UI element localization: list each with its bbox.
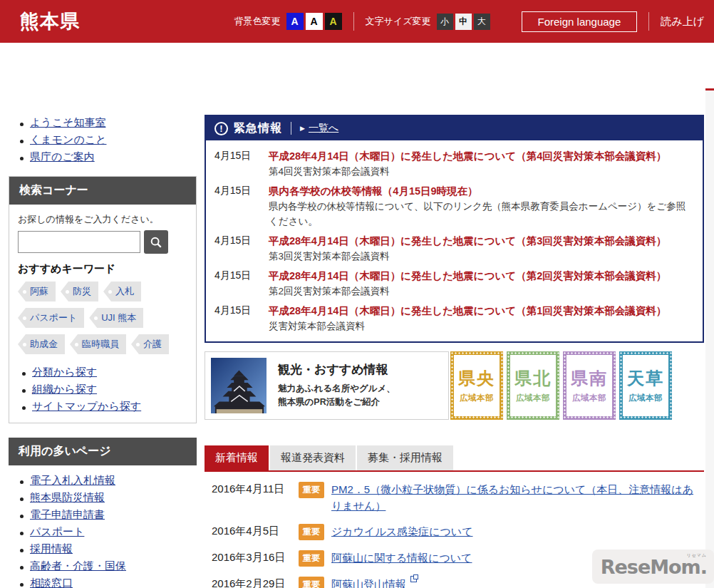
keyword-tag-1[interactable]: 防災 — [61, 282, 98, 301]
emergency-item-title[interactable]: 平成28年4月14日（木曜日）に発生した地震について（第4回災害対策本部会議資料… — [269, 150, 666, 162]
site-title[interactable]: 熊本県 — [20, 9, 80, 34]
popular-pages-title: 利用の多いページ — [9, 438, 197, 465]
sidebar-link-1[interactable]: くまモンのこと — [30, 133, 106, 145]
font-size-buttons: 小中大 — [437, 14, 490, 30]
emergency-item: 4月15日平成28年4月14日（木曜日）に発生した地震について（第4回災害対策本… — [214, 147, 693, 182]
emergency-item-desc: 県内各学校の休校等情報について、以下のリンク先（熊本県教育委員会ホームページ）を… — [269, 200, 693, 229]
news-link[interactable]: 阿蘇山に関する情報について — [331, 550, 472, 566]
news-link[interactable]: ジカウイルス感染症について — [331, 523, 473, 540]
news-tabs: 新着情報報道発表資料募集・採用情報 — [205, 445, 704, 472]
region-office-2[interactable]: 県南広域本部 — [563, 351, 616, 420]
castle-image — [211, 357, 267, 414]
list-item: 採用情報 — [17, 541, 198, 558]
emergency-item: 4月15日平成28年4月14日（木曜日）に発生した地震について（第3回災害対策本… — [214, 232, 693, 267]
bg-color-button-1[interactable]: A — [306, 13, 323, 30]
foreign-language-button[interactable]: Foreign language — [522, 11, 638, 32]
search-button[interactable] — [144, 230, 168, 254]
bg-color-button-0[interactable]: A — [286, 13, 304, 30]
read-aloud-button[interactable]: 読み上げ — [661, 15, 704, 29]
tourism-title: 観光・おすすめ情報 — [278, 361, 395, 378]
list-item: 高齢者・介護・国保 — [17, 558, 198, 575]
promo-row: 観光・おすすめ情報 魅力あふれる名所やグルメ、 熊本県のPR活動をご紹介 県央広… — [205, 351, 704, 420]
list-item: くまモンのこと — [17, 132, 198, 149]
news-tab-1[interactable]: 報道発表資料 — [270, 445, 356, 470]
popular-link-6[interactable]: 相談窓口 — [30, 577, 73, 588]
sidebar-top-links: ようこそ知事室くまモンのこと県庁のご案内 — [17, 115, 198, 166]
tourism-desc-line2: 熊本県のPR活動をご紹介 — [278, 397, 380, 407]
keywords-title: おすすめキーワード — [18, 262, 189, 276]
keyword-tag-0[interactable]: 阿蘇 — [18, 282, 56, 301]
region-name: 県北 — [514, 367, 552, 390]
region-office-1[interactable]: 県北広域本部 — [507, 351, 559, 420]
bg-color-label: 背景色変更 — [234, 15, 281, 28]
news-date: 2016年3月16日 — [212, 550, 299, 564]
watermark-logo: ReseMom. — [601, 556, 707, 578]
news-link[interactable]: 阿蘇山登山情報 — [331, 576, 406, 588]
news-tab-0[interactable]: 新着情報 — [205, 445, 269, 470]
emergency-divider — [291, 122, 291, 135]
search-explore-link-2[interactable]: サイトマップから探す — [32, 400, 141, 412]
popular-link-2[interactable]: 電子申請申請書 — [30, 508, 105, 520]
regional-offices: 県央広域本部県北広域本部県南広域本部天草広域本部 — [450, 351, 672, 420]
search-corner-box: 検索コーナー お探しの情報をご入力ください。 おすすめキーワード 阿蘇防災入札パ… — [9, 176, 197, 423]
emergency-item-title[interactable]: 平成28年4月14日（木曜日）に発生した地震について（第1回災害対策本部会議資料… — [269, 305, 666, 316]
region-office-0[interactable]: 県央広域本部 — [450, 351, 503, 420]
news-date: 2016年2月29日 — [212, 576, 299, 588]
tourism-card[interactable]: 観光・おすすめ情報 魅力あふれる名所やグルメ、 熊本県のPR活動をご紹介 — [205, 351, 449, 420]
emergency-item-date: 4月15日 — [214, 184, 269, 229]
emergency-item: 4月15日県内各学校の休校等情報（4月15日9時現在）県内各学校の休校等情報につ… — [214, 182, 693, 232]
emergency-item-date: 4月15日 — [214, 149, 269, 179]
content-area: ようこそ知事室くまモンのこと県庁のご案内 検索コーナー お探しの情報をご入力くだ… — [0, 91, 714, 588]
header-controls: 背景色変更 AAA 文字サイズ変更 小中大 Foreign language 読… — [234, 11, 704, 32]
search-corner-title: 検索コーナー — [9, 177, 196, 205]
arrow-right-icon: ▶ — [300, 125, 305, 132]
popular-pages-links: 電子入札入札情報熊本県防災情報電子申請申請書パスポート採用情報高齢者・介護・国保… — [17, 473, 198, 588]
keyword-tag-3[interactable]: パスポート — [18, 308, 84, 328]
emergency-item-title[interactable]: 県内各学校の休校等情報（4月15日9時現在） — [269, 185, 478, 197]
important-badge: 重要 — [299, 482, 324, 498]
keyword-tag-2[interactable]: 入札 — [103, 282, 141, 301]
list-item: サイトマップから探す — [19, 398, 189, 416]
popular-link-5[interactable]: 高齢者・介護・国保 — [30, 559, 126, 572]
list-item: 県庁のご案内 — [17, 149, 198, 166]
keyword-tag-5[interactable]: 助成金 — [18, 334, 65, 354]
region-office-3[interactable]: 天草広域本部 — [619, 351, 672, 420]
keyword-tag-4[interactable]: UJI 熊本 — [89, 308, 143, 328]
news-tab-2[interactable]: 募集・採用情報 — [357, 445, 453, 470]
list-item: パスポート — [17, 524, 198, 541]
font-size-button-2[interactable]: 大 — [474, 14, 490, 30]
popular-link-3[interactable]: パスポート — [30, 525, 84, 537]
search-explore-link-1[interactable]: 組織から探す — [32, 383, 97, 395]
keyword-tag-7[interactable]: 介護 — [131, 334, 169, 354]
header-divider — [353, 12, 354, 31]
important-badge: 重要 — [299, 577, 324, 588]
popular-link-4[interactable]: 採用情報 — [30, 542, 73, 555]
bg-color-button-2[interactable]: A — [325, 13, 342, 30]
search-links: 分類から探す組織から探すサイトマップから探す — [19, 364, 189, 416]
emergency-item-desc: 第3回災害対策本部会議資料 — [269, 249, 693, 264]
region-sub: 広域本部 — [572, 393, 606, 403]
emergency-list-link[interactable]: 一覧へ — [309, 122, 338, 135]
list-item: 電子申請申請書 — [17, 507, 198, 524]
popular-link-0[interactable]: 電子入札入札情報 — [30, 474, 115, 486]
main-column: ! 緊急情報 ▶ 一覧へ 4月15日平成28年4月14日（木曜日）に発生した地震… — [205, 115, 704, 588]
header-divider — [648, 12, 649, 31]
search-input[interactable] — [18, 231, 140, 253]
font-size-button-0[interactable]: 小 — [437, 14, 453, 30]
keyword-tag-6[interactable]: 臨時職員 — [70, 334, 126, 354]
sidebar-link-0[interactable]: ようこそ知事室 — [30, 116, 105, 128]
news-date: 2016年4月5日 — [212, 523, 299, 538]
emergency-item-date: 4月15日 — [214, 234, 269, 264]
search-explore-link-0[interactable]: 分類から探す — [32, 366, 97, 378]
sidebar-link-2[interactable]: 県庁のご案内 — [30, 150, 95, 163]
emergency-item-title[interactable]: 平成28年4月14日（木曜日）に発生した地震について（第3回災害対策本部会議資料… — [269, 235, 666, 247]
region-name: 県南 — [571, 367, 608, 390]
popular-link-1[interactable]: 熊本県防災情報 — [30, 491, 105, 503]
bg-color-buttons: AAA — [286, 13, 342, 30]
news-row: 2016年4月5日重要ジカウイルス感染症について — [205, 518, 704, 545]
region-sub: 広域本部 — [460, 393, 494, 403]
news-link[interactable]: PM2．5（微小粒子状物質）に係るお知らせについて（本日、注意情報はありません） — [331, 481, 702, 515]
font-size-button-1[interactable]: 中 — [455, 14, 472, 30]
emergency-item-title[interactable]: 平成28年4月14日（木曜日）に発生した地震について（第2回災害対策本部会議資料… — [269, 270, 666, 282]
font-size-label: 文字サイズ変更 — [366, 15, 431, 28]
